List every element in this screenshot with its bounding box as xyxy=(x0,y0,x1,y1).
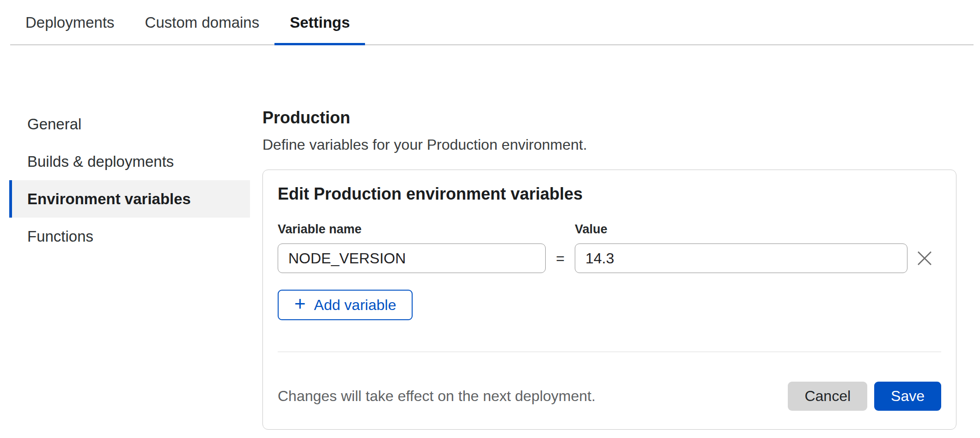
card-footer: Changes will take effect on the next dep… xyxy=(278,382,941,411)
sidebar-item-environment-variables[interactable]: Environment variables xyxy=(9,180,250,218)
tab-custom-domains[interactable]: Custom domains xyxy=(130,0,275,44)
plus-icon: + xyxy=(294,294,306,314)
tab-settings[interactable]: Settings xyxy=(274,0,365,44)
section-title: Production xyxy=(262,108,956,128)
card-title: Edit Production environment variables xyxy=(278,184,941,204)
variable-row: = xyxy=(278,243,941,273)
sidebar-item-functions[interactable]: Functions xyxy=(9,218,250,255)
variable-value-input[interactable] xyxy=(575,243,907,273)
tab-deployments[interactable]: Deployments xyxy=(10,0,130,44)
deployment-note: Changes will take effect on the next dep… xyxy=(278,388,788,405)
remove-variable-cell xyxy=(907,248,941,268)
sidebar-item-general[interactable]: General xyxy=(9,105,250,143)
remove-variable-button[interactable] xyxy=(914,248,935,268)
equals-sign: = xyxy=(546,250,575,267)
value-label: Value xyxy=(575,222,941,237)
variable-name-label: Variable name xyxy=(278,222,575,237)
add-variable-button[interactable]: + Add variable xyxy=(278,290,413,320)
save-button[interactable]: Save xyxy=(874,382,941,411)
x-icon xyxy=(916,250,933,267)
section-description: Define variables for your Production env… xyxy=(262,135,956,154)
environment-variables-panel: Production Define variables for your Pro… xyxy=(262,108,956,430)
settings-sidebar: General Builds & deployments Environment… xyxy=(9,105,250,255)
add-variable-label: Add variable xyxy=(314,297,396,314)
variable-name-input[interactable] xyxy=(278,243,546,273)
edit-variables-card: Edit Production environment variables Va… xyxy=(262,170,956,430)
settings-content: General Builds & deployments Environment… xyxy=(0,45,980,430)
project-tabbar: Deployments Custom domains Settings xyxy=(10,0,974,45)
cancel-button[interactable]: Cancel xyxy=(788,382,867,411)
field-labels-row: Variable name Value xyxy=(278,222,941,237)
card-divider xyxy=(278,352,941,352)
sidebar-item-builds-deployments[interactable]: Builds & deployments xyxy=(9,143,250,180)
